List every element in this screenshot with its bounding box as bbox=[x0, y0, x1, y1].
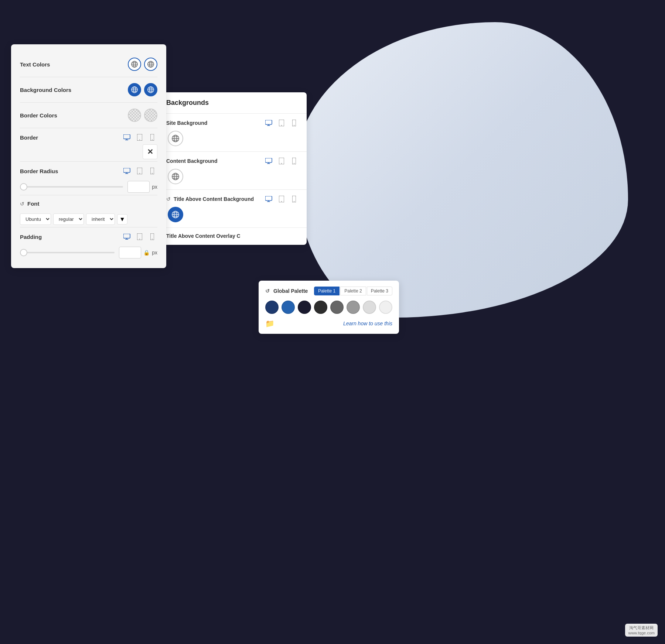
folder-icon[interactable]: 📁 bbox=[265, 319, 274, 328]
border-color-globe-1[interactable] bbox=[128, 109, 141, 122]
text-colors-row: Text Colors bbox=[20, 52, 157, 77]
mobile-icon-tb[interactable] bbox=[289, 195, 299, 203]
mobile-icon-cb[interactable] bbox=[289, 157, 299, 165]
swatch-1[interactable] bbox=[265, 301, 279, 314]
monitor-icon-2[interactable] bbox=[122, 167, 132, 175]
padding-thumb[interactable] bbox=[20, 249, 27, 256]
title-bg-device-icons bbox=[264, 195, 299, 203]
monitor-icon-3[interactable] bbox=[122, 233, 132, 241]
text-colors-icons bbox=[128, 58, 157, 71]
bg-color-globe-2[interactable] bbox=[144, 83, 157, 96]
svg-rect-41 bbox=[265, 120, 272, 124]
swatch-3[interactable] bbox=[298, 301, 311, 314]
font-reset-icon[interactable]: ↺ bbox=[20, 201, 24, 207]
svg-rect-53 bbox=[265, 158, 272, 162]
content-background-label: Content Background bbox=[166, 158, 217, 164]
svg-rect-65 bbox=[265, 196, 272, 201]
border-radius-unit: px bbox=[152, 184, 157, 190]
title-above-content-overlay-row: Title Above Content Overlay C bbox=[159, 228, 307, 245]
decorative-blob bbox=[296, 22, 628, 318]
svg-point-24 bbox=[139, 140, 140, 140]
site-background-row: Site Background bbox=[159, 114, 307, 152]
backgrounds-title: Backgrounds bbox=[159, 92, 307, 114]
watermark-line1: 淘气哥素材网 bbox=[628, 625, 655, 631]
font-dropdown-arrow[interactable]: ▼ bbox=[117, 214, 127, 225]
svg-point-59 bbox=[294, 163, 294, 164]
bg-color-globe-1[interactable] bbox=[128, 83, 141, 96]
svg-rect-34 bbox=[123, 234, 130, 238]
palette-header: ↺ Global Palette Palette 1 Palette 2 Pal… bbox=[265, 287, 392, 295]
tablet-icon-2[interactable] bbox=[134, 167, 145, 175]
svg-rect-27 bbox=[123, 168, 130, 172]
font-row-section: ↺ Font Ubuntu regular inherit ▼ bbox=[20, 195, 157, 227]
palette-tab-1[interactable]: Palette 1 bbox=[314, 287, 340, 295]
mobile-icon-2[interactable] bbox=[147, 167, 157, 175]
title-above-content-bg-label: Title Above Content Background bbox=[174, 196, 254, 202]
svg-point-38 bbox=[139, 239, 140, 240]
site-bg-globe[interactable] bbox=[168, 131, 183, 146]
swatch-5[interactable] bbox=[330, 301, 344, 314]
monitor-icon-cb[interactable] bbox=[264, 157, 274, 165]
monitor-icon[interactable] bbox=[122, 133, 132, 141]
title-above-content-overlay-label: Title Above Content Overlay C bbox=[166, 233, 241, 239]
border-colors-label: Border Colors bbox=[20, 112, 57, 119]
border-radius-label: Border Radius bbox=[20, 168, 58, 174]
monitor-icon-sb[interactable] bbox=[264, 119, 274, 127]
text-color-globe-2[interactable] bbox=[144, 58, 157, 71]
padding-input[interactable] bbox=[119, 247, 141, 258]
padding-row: Padding 🔒 px bbox=[20, 227, 157, 261]
padding-track[interactable] bbox=[20, 252, 115, 253]
tablet-icon[interactable] bbox=[134, 133, 145, 141]
border-colors-icons bbox=[128, 109, 157, 122]
palette-reset-icon[interactable]: ↺ bbox=[265, 288, 270, 294]
tablet-icon-sb[interactable] bbox=[276, 119, 287, 127]
mobile-icon-3[interactable] bbox=[147, 233, 157, 241]
svg-point-71 bbox=[294, 201, 294, 202]
mobile-icon-sb[interactable] bbox=[289, 119, 299, 127]
border-colors-row: Border Colors bbox=[20, 103, 157, 128]
swatch-8[interactable] bbox=[379, 301, 392, 314]
background-colors-row: Background Colors bbox=[20, 77, 157, 103]
border-radius-thumb[interactable] bbox=[20, 183, 27, 191]
tablet-icon-cb[interactable] bbox=[276, 157, 287, 165]
swatch-7[interactable] bbox=[363, 301, 376, 314]
mobile-icon[interactable] bbox=[147, 133, 157, 141]
palette-tab-2[interactable]: Palette 2 bbox=[340, 287, 366, 295]
padding-label: Padding bbox=[20, 234, 42, 240]
border-device-icons bbox=[122, 133, 157, 141]
font-family-select[interactable]: Ubuntu bbox=[20, 213, 51, 225]
learn-link[interactable]: Learn how to use this bbox=[343, 321, 392, 326]
font-size-select[interactable]: inherit bbox=[86, 213, 115, 225]
border-x-button[interactable]: ✕ bbox=[143, 144, 157, 159]
watermark-line2: www.tqge.com bbox=[628, 631, 655, 635]
palette-title-text: Global Palette bbox=[273, 288, 308, 294]
global-palette-panel: ↺ Global Palette Palette 1 Palette 2 Pal… bbox=[259, 281, 399, 334]
svg-point-45 bbox=[281, 125, 282, 126]
swatch-6[interactable] bbox=[347, 301, 360, 314]
title-bg-globe[interactable] bbox=[168, 207, 183, 222]
font-weight-select[interactable]: regular bbox=[53, 213, 84, 225]
palette-tab-3[interactable]: Palette 3 bbox=[367, 287, 392, 295]
svg-point-31 bbox=[139, 173, 140, 174]
title-bg-reset-icon[interactable]: ↺ bbox=[166, 196, 171, 202]
background-colors-label: Background Colors bbox=[20, 87, 71, 93]
site-background-label: Site Background bbox=[166, 120, 207, 126]
border-color-globe-2[interactable] bbox=[144, 109, 157, 122]
tablet-icon-3[interactable] bbox=[134, 233, 145, 241]
text-color-globe-1[interactable] bbox=[128, 58, 141, 71]
border-radius-input[interactable] bbox=[127, 181, 150, 193]
title-above-content-bg-row: ↺ Title Above Content Background bbox=[159, 190, 307, 228]
border-radius-track[interactable] bbox=[20, 186, 123, 188]
content-background-row: Content Background bbox=[159, 152, 307, 190]
palette-tabs: Palette 1 Palette 2 Palette 3 bbox=[314, 287, 392, 295]
lock-icon[interactable]: 🔒 bbox=[143, 250, 150, 256]
content-bg-globe[interactable] bbox=[168, 169, 183, 184]
padding-unit: px bbox=[152, 250, 157, 256]
swatch-4[interactable] bbox=[314, 301, 327, 314]
monitor-icon-tb[interactable] bbox=[264, 195, 274, 203]
font-label: Font bbox=[27, 201, 39, 207]
tablet-icon-tb[interactable] bbox=[276, 195, 287, 203]
border-row: Border ✕ bbox=[20, 128, 157, 162]
svg-point-69 bbox=[281, 201, 282, 202]
swatch-2[interactable] bbox=[282, 301, 295, 314]
